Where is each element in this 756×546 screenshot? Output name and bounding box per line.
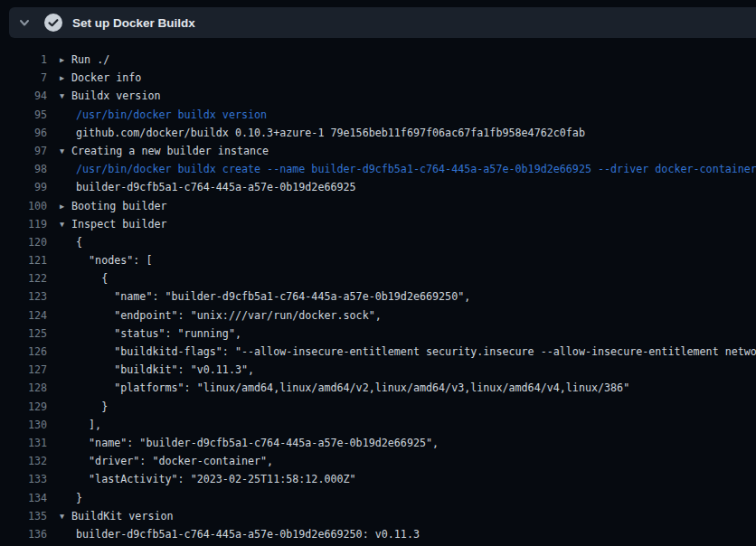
log-line: 124 "endpoint": "unix:///var/run/docker.… — [0, 306, 756, 325]
step-header[interactable]: Set up Docker Buildx — [9, 7, 756, 38]
line-number[interactable]: 124 — [0, 306, 47, 325]
group-toggle-icon[interactable]: ▼ — [60, 87, 64, 105]
log-line-text: /usr/bin/docker buildx create --name bui… — [76, 160, 756, 178]
log-group-title[interactable]: Docker info — [71, 69, 756, 87]
check-circle-icon — [43, 13, 63, 33]
log-line: 1 ▶ Run ./ — [0, 51, 756, 69]
log-line-text: "buildkitd-flags": "--allow-insecure-ent… — [76, 343, 756, 361]
log-lines: 1 ▶ Run ./ 7 ▶ Docker info 94 ▼ Buildx v… — [0, 38, 756, 546]
line-number[interactable]: 122 — [0, 269, 47, 287]
log-line-text: builder-d9cfb5a1-c764-445a-a57e-0b19d2e6… — [76, 525, 756, 543]
line-number[interactable]: 127 — [0, 361, 47, 379]
log-line-text: "endpoint": "unix:///var/run/docker.sock… — [76, 306, 756, 325]
log-line: 135 ▼ BuildKit version — [0, 507, 756, 525]
log-line: 132 "driver": "docker-container", — [0, 452, 756, 470]
log-line: 133 "lastActivity": "2023-02-25T11:58:12… — [0, 470, 756, 488]
log-group-title[interactable]: BuildKit version — [71, 507, 756, 525]
line-number[interactable]: 96 — [0, 124, 47, 142]
log-line: 96 github.com/docker/buildx 0.10.3+azure… — [0, 124, 756, 142]
log-line-text: "buildkit": "v0.11.3", — [76, 361, 756, 379]
group-toggle-icon[interactable]: ▼ — [60, 142, 64, 160]
log-line: 127 "buildkit": "v0.11.3", — [0, 361, 756, 379]
log-line-text: ], — [76, 416, 756, 434]
chevron-down-icon[interactable] — [17, 15, 32, 30]
line-number[interactable]: 94 — [0, 87, 47, 105]
log-line: 130 ], — [0, 416, 756, 434]
log-line-text: github.com/docker/buildx 0.10.3+azure-1 … — [76, 124, 756, 142]
line-number[interactable]: 135 — [0, 507, 47, 525]
line-number[interactable]: 119 — [0, 215, 47, 233]
line-number[interactable]: 125 — [0, 325, 47, 343]
log-group-title[interactable]: Buildx version — [71, 87, 756, 105]
log-line: 125 "status": "running", — [0, 325, 756, 343]
log-line: 98 /usr/bin/docker buildx create --name … — [0, 160, 756, 178]
line-number[interactable]: 133 — [0, 470, 47, 488]
line-number[interactable]: 1 — [0, 51, 47, 69]
line-number[interactable]: 132 — [0, 452, 47, 470]
line-number[interactable]: 123 — [0, 287, 47, 306]
log-line-text: "driver": "docker-container", — [76, 452, 756, 470]
log-line: 94 ▼ Buildx version — [0, 87, 756, 105]
group-toggle-icon[interactable]: ▼ — [60, 507, 64, 525]
log-group-title[interactable]: Creating a new builder instance — [71, 142, 756, 160]
log-line: 120 { — [0, 233, 756, 251]
log-line: 129 } — [0, 398, 756, 416]
log-line: 95 /usr/bin/docker buildx version — [0, 106, 756, 124]
log-line: 100 ▶ Booting builder — [0, 197, 756, 215]
log-line-text: { — [76, 269, 756, 287]
log-line: 97 ▼ Creating a new builder instance — [0, 142, 756, 160]
log-line-text: { — [76, 233, 756, 251]
line-number[interactable]: 95 — [0, 106, 47, 124]
log-line-text: "platforms": "linux/amd64,linux/amd64/v2… — [76, 379, 756, 397]
line-number[interactable]: 126 — [0, 343, 47, 361]
log-line: 122 { — [0, 269, 756, 287]
log-line: 134 } — [0, 489, 756, 507]
line-number[interactable]: 99 — [0, 178, 47, 196]
line-number[interactable]: 120 — [0, 233, 47, 251]
log-line-text: "name": "builder-d9cfb5a1-c764-445a-a57e… — [76, 434, 756, 452]
log-line-text: "name": "builder-d9cfb5a1-c764-445a-a57e… — [76, 287, 756, 306]
group-toggle-icon[interactable]: ▼ — [60, 215, 64, 233]
log-line: 131 "name": "builder-d9cfb5a1-c764-445a-… — [0, 434, 756, 452]
group-toggle-icon[interactable]: ▶ — [60, 69, 64, 87]
line-number[interactable]: 129 — [0, 398, 47, 416]
line-number[interactable]: 98 — [0, 160, 47, 178]
group-toggle-icon[interactable]: ▶ — [60, 197, 64, 215]
log-line-text: } — [76, 398, 756, 416]
line-number[interactable]: 134 — [0, 489, 47, 507]
log-line: 136 builder-d9cfb5a1-c764-445a-a57e-0b19… — [0, 525, 756, 543]
log-line: 128 "platforms": "linux/amd64,linux/amd6… — [0, 379, 756, 397]
log-line-text: builder-d9cfb5a1-c764-445a-a57e-0b19d2e6… — [76, 178, 756, 196]
line-number[interactable]: 136 — [0, 525, 47, 543]
log-line: 7 ▶ Docker info — [0, 69, 756, 87]
log-line-text: "status": "running", — [76, 325, 756, 343]
line-number[interactable]: 7 — [0, 69, 47, 87]
log-line-text: "lastActivity": "2023-02-25T11:58:12.000… — [76, 470, 756, 488]
line-number[interactable]: 128 — [0, 379, 47, 397]
log-line-text: /usr/bin/docker buildx version — [76, 106, 756, 124]
line-number[interactable]: 121 — [0, 251, 47, 269]
log-group-title[interactable]: Run ./ — [71, 51, 756, 69]
log-line-text: } — [76, 489, 756, 507]
log-line: 121 "nodes": [ — [0, 251, 756, 269]
group-toggle-icon[interactable]: ▶ — [60, 51, 64, 69]
line-number[interactable]: 97 — [0, 142, 47, 160]
line-number[interactable]: 131 — [0, 434, 47, 452]
log-line: 123 "name": "builder-d9cfb5a1-c764-445a-… — [0, 287, 756, 306]
log-line: 119 ▼ Inspect builder — [0, 215, 756, 233]
line-number[interactable]: 130 — [0, 416, 47, 434]
line-number[interactable]: 100 — [0, 197, 47, 215]
log-group-title[interactable]: Booting builder — [71, 197, 756, 215]
log-group-title[interactable]: Inspect builder — [71, 215, 756, 233]
step-title: Set up Docker Buildx — [72, 16, 195, 30]
log-line: 99 builder-d9cfb5a1-c764-445a-a57e-0b19d… — [0, 178, 756, 196]
log-line-text: "nodes": [ — [76, 251, 756, 269]
log-line: 126 "buildkitd-flags": "--allow-insecure… — [0, 343, 756, 361]
